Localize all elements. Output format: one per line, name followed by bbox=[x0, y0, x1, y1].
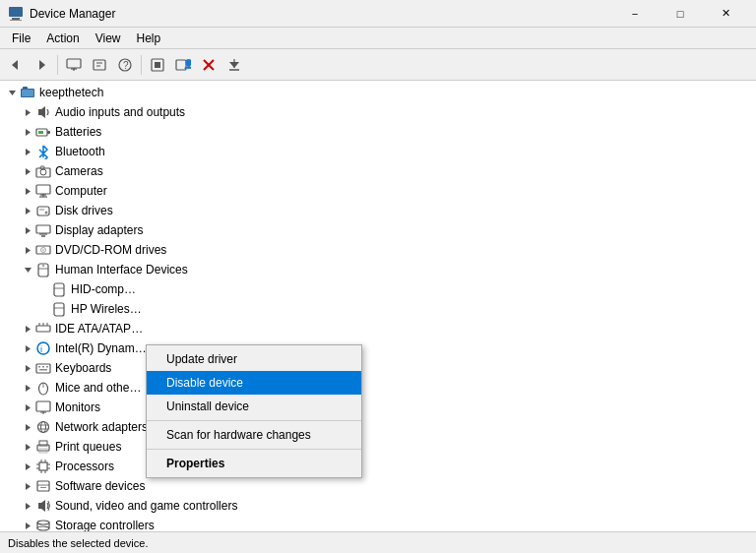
svg-rect-5 bbox=[67, 59, 81, 68]
menu-action[interactable]: Action bbox=[38, 30, 87, 47]
tree-item-bluetooth[interactable]: Bluetooth bbox=[0, 142, 756, 161]
expander-storage[interactable] bbox=[20, 518, 35, 531]
icon-audio bbox=[35, 104, 51, 120]
expander-root[interactable] bbox=[4, 85, 20, 100]
label-software: Software devices bbox=[55, 479, 145, 493]
tree-item-keyboards[interactable]: Keyboards bbox=[0, 358, 756, 378]
expander-diskdrives[interactable] bbox=[20, 203, 35, 218]
ctx-uninstall-device[interactable]: Uninstall device bbox=[147, 395, 361, 418]
tree-item-cameras[interactable]: Cameras bbox=[0, 161, 756, 181]
icon-batteries bbox=[35, 124, 51, 140]
tree-item-computer[interactable]: Computer bbox=[0, 181, 756, 201]
tree-item-hid[interactable]: Human Interface Devices bbox=[0, 260, 756, 279]
tree-item-ideata[interactable]: IDE ATA/ATAP… bbox=[0, 319, 756, 338]
ctx-update-driver[interactable]: Update driver bbox=[147, 347, 361, 371]
label-dvd: DVD/CD-ROM drives bbox=[55, 243, 166, 257]
expander-batteries[interactable] bbox=[20, 124, 35, 140]
tree-item-diskdrives[interactable]: Disk drives bbox=[0, 201, 756, 220]
expander-printqueues[interactable] bbox=[20, 439, 35, 455]
label-mice: Mice and othe… bbox=[55, 381, 141, 395]
expander-audio[interactable] bbox=[20, 104, 35, 120]
ctx-scan-hardware[interactable]: Scan for hardware changes bbox=[147, 423, 361, 447]
tree-item-mice[interactable]: Mice and othe… bbox=[0, 378, 756, 398]
toolbar-forward[interactable] bbox=[30, 53, 53, 77]
label-root: keepthetech bbox=[39, 86, 103, 99]
icon-mice bbox=[35, 380, 51, 396]
tree-item-dvd[interactable]: DVD/CD-ROM drives bbox=[0, 240, 756, 260]
expander-sound[interactable] bbox=[20, 498, 35, 514]
expander-dvd[interactable] bbox=[20, 242, 35, 258]
menu-help[interactable]: Help bbox=[129, 30, 169, 47]
tree-item-hpwireless[interactable]: HP Wireles… bbox=[0, 299, 756, 319]
window-controls: − □ ✕ bbox=[612, 0, 748, 28]
menu-bar: File Action View Help bbox=[0, 28, 756, 49]
label-cameras: Cameras bbox=[55, 164, 103, 178]
svg-point-35 bbox=[40, 169, 46, 175]
tree-item-root[interactable]: keepthetech bbox=[0, 83, 756, 102]
icon-ideata bbox=[35, 321, 51, 337]
toolbar-properties[interactable] bbox=[88, 53, 111, 77]
expander-intel[interactable] bbox=[20, 340, 35, 356]
expander-computer[interactable] bbox=[20, 183, 35, 199]
svg-point-53 bbox=[42, 249, 44, 251]
tree-item-displayadapters[interactable]: Display adapters bbox=[0, 220, 756, 240]
close-button[interactable]: ✕ bbox=[703, 0, 748, 28]
toolbar-download[interactable] bbox=[222, 53, 246, 77]
svg-marker-79 bbox=[26, 404, 31, 411]
expander-ideata[interactable] bbox=[20, 321, 35, 337]
status-text: Disables the selected device. bbox=[8, 537, 148, 549]
expander-software[interactable] bbox=[20, 478, 35, 494]
toolbar-back[interactable] bbox=[4, 53, 28, 77]
expander-network[interactable] bbox=[20, 419, 35, 435]
svg-marker-83 bbox=[26, 424, 31, 431]
toolbar-show-hidden[interactable] bbox=[146, 53, 169, 77]
title-bar: Device Manager − □ ✕ bbox=[0, 0, 756, 28]
expander-displayadapters[interactable] bbox=[20, 222, 35, 238]
expander-monitors[interactable] bbox=[20, 399, 35, 415]
tree-item-software[interactable]: Software devices bbox=[0, 476, 756, 496]
toolbar-help[interactable]: ? bbox=[113, 53, 137, 77]
menu-view[interactable]: View bbox=[88, 30, 129, 47]
svg-rect-58 bbox=[54, 283, 64, 296]
menu-file[interactable]: File bbox=[4, 30, 38, 47]
svg-rect-43 bbox=[37, 207, 49, 215]
svg-rect-0 bbox=[9, 7, 23, 17]
expander-hpwireless[interactable] bbox=[35, 301, 51, 317]
svg-rect-71 bbox=[36, 364, 50, 373]
tree-item-audio[interactable]: Audio inputs and outputs bbox=[0, 102, 756, 122]
svg-text:?: ? bbox=[123, 60, 129, 71]
svg-rect-75 bbox=[39, 369, 47, 371]
expander-bluetooth[interactable] bbox=[20, 144, 35, 159]
svg-marker-67 bbox=[26, 345, 31, 352]
expander-cameras[interactable] bbox=[20, 163, 35, 179]
device-tree[interactable]: keepthetechAudio inputs and outputsBatte… bbox=[0, 81, 756, 531]
toolbar-computer[interactable] bbox=[62, 53, 86, 77]
icon-cameras bbox=[35, 163, 51, 179]
maximize-button[interactable]: □ bbox=[658, 0, 703, 28]
expander-processors[interactable] bbox=[20, 459, 35, 474]
tree-item-monitors[interactable]: Monitors bbox=[0, 398, 756, 417]
svg-point-84 bbox=[38, 422, 49, 433]
svg-marker-42 bbox=[26, 208, 31, 215]
ctx-properties[interactable]: Properties bbox=[147, 452, 361, 475]
ctx-disable-device[interactable]: Disable device bbox=[147, 371, 361, 395]
tree-item-storage[interactable]: Storage controllers bbox=[0, 516, 756, 531]
tree-item-hidcomp[interactable]: HID-comp… bbox=[0, 279, 756, 299]
svg-point-57 bbox=[42, 265, 44, 267]
tree-item-sound[interactable]: Sound, video and game controllers bbox=[0, 496, 756, 516]
tree-item-network[interactable]: Network adapters bbox=[0, 417, 756, 437]
toolbar-remove[interactable] bbox=[197, 53, 220, 77]
expander-hidcomp[interactable] bbox=[35, 281, 51, 297]
expander-mice[interactable] bbox=[20, 380, 35, 396]
toolbar-scan[interactable]: 👤 bbox=[171, 53, 195, 77]
tree-item-batteries[interactable]: Batteries bbox=[0, 122, 756, 142]
icon-printqueues bbox=[35, 439, 51, 455]
svg-marker-108 bbox=[26, 522, 31, 529]
svg-rect-47 bbox=[36, 225, 50, 233]
tree-item-printqueues[interactable]: Print queues bbox=[0, 437, 756, 457]
expander-hid[interactable] bbox=[20, 262, 35, 277]
tree-item-intel[interactable]: iIntel(R) Dynam… bbox=[0, 338, 756, 358]
expander-keyboards[interactable] bbox=[20, 360, 35, 376]
tree-item-processors[interactable]: Processors bbox=[0, 457, 756, 476]
minimize-button[interactable]: − bbox=[612, 0, 658, 28]
